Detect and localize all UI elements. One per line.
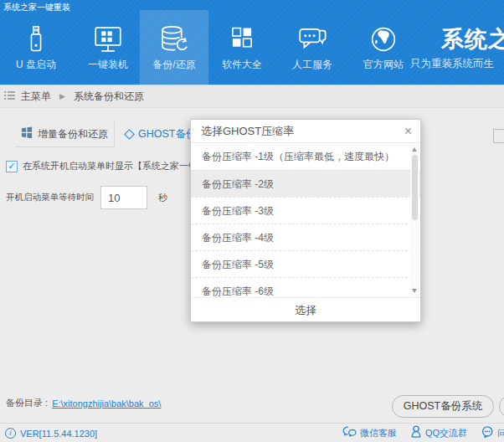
status-link-label: 微信客服 (360, 427, 397, 439)
brand-slogan: 只为重装系统而生 (410, 57, 494, 71)
qq-group-link[interactable]: QQ交流群 (410, 424, 467, 442)
boot-menu-checkbox-label: 在系统开机启动菜单时显示【系统之家一键重 (23, 160, 207, 172)
tab-ghost-backup[interactable]: GHOST备份 (126, 121, 196, 147)
close-icon[interactable]: × (404, 125, 412, 138)
scroll-down-icon[interactable] (412, 289, 417, 293)
chat-dots-icon (481, 426, 494, 441)
app-window: 系统之家一键重装 U 盘启动 (0, 0, 504, 442)
check-icon: ✓ (8, 162, 15, 171)
ghost-backup-system-button[interactable]: GHOST备份系统 (392, 395, 494, 418)
clipped-panel-right-edge (493, 129, 504, 143)
wait-time-input[interactable] (100, 186, 147, 209)
menu-list-icon (4, 89, 16, 104)
toolbar-item-label: 备份/还原 (152, 58, 195, 72)
toolbar-item-human-service[interactable]: 人工服务 (278, 10, 347, 85)
qq-icon (410, 425, 422, 441)
breadcrumb-main-menu[interactable]: 主菜单 (21, 90, 51, 104)
brand-logo: 系统之家 (441, 24, 504, 54)
backup-directory-row: 备份目录 : E:\xitongzhijia\bak\bak_os\ (6, 397, 161, 409)
compression-option-4[interactable]: 备份压缩率 -4级 (191, 224, 420, 250)
breadcrumb-current: 系统备份和还原 (74, 90, 144, 104)
version-info[interactable]: VER[11.5.44.1230] (5, 424, 97, 442)
backup-dir-link[interactable]: E:\xitongzhijia\bak\bak_os\ (52, 398, 161, 409)
windows-grid-icon (21, 126, 33, 141)
compression-option-3[interactable]: 备份压缩率 -3级 (191, 197, 420, 224)
toolbar-item-label: 人工服务 (292, 58, 332, 72)
tab-incremental-backup[interactable]: 增量备份和还原 (15, 121, 115, 147)
app-header: 系统之家一键重装 U 盘启动 (0, 0, 504, 85)
toolbar-item-software-collection[interactable]: 软件大全 (208, 10, 276, 85)
ghost-diamond-icon (124, 129, 135, 140)
apps-grid-icon (226, 21, 258, 58)
compression-options-list: 备份压缩率 -1级（压缩率最低，速度最快） 备份压缩率 -2级 备份压缩率 -3… (191, 143, 420, 297)
scrollbar-thumb[interactable] (412, 155, 418, 220)
wait-time-unit: 秒 (158, 192, 167, 204)
version-text: VER[11.5.44.1230] (20, 429, 97, 439)
compression-option-5[interactable]: 备份压缩率 -5级 (191, 250, 420, 277)
wechat-icon (342, 426, 357, 441)
compression-option-6[interactable]: 备份压缩率 -6级 (191, 277, 420, 297)
database-restore-icon (157, 21, 192, 58)
toolbar-item-label: U 盘启动 (16, 58, 56, 72)
ghost-compression-dialog: 选择GHOST压缩率 × 备份压缩率 -1级（压缩率最低，速度最快） 备份压缩率… (190, 119, 421, 322)
tab-label: GHOST备份 (138, 127, 196, 141)
usb-drive-icon (20, 21, 52, 58)
boot-menu-display-option: ✓ 在系统开机启动菜单时显示【系统之家一键重 (6, 160, 207, 172)
breadcrumb-separator-icon: ▶ (59, 92, 65, 100)
dialog-title: 选择GHOST压缩率 (201, 124, 404, 139)
status-bar: VER[11.5.44.1230] 微信客服 QQ交流群 (0, 423, 504, 442)
clipped-button-right-edge[interactable] (499, 395, 504, 418)
wait-time-label: 开机启动菜单等待时间 (6, 192, 94, 203)
monitor-install-icon (90, 21, 126, 58)
status-link-label: QQ交流群 (425, 427, 467, 439)
compression-option-1[interactable]: 备份压缩率 -1级（压缩率最低，速度最快） (191, 143, 420, 170)
toolbar-item-usb-boot[interactable]: U 盘启动 (2, 10, 70, 85)
toolbar-item-one-click-install[interactable]: 一键装机 (74, 10, 142, 85)
dialog-scrollbar[interactable] (410, 144, 419, 296)
toolbar-item-backup-restore[interactable]: 备份/还原 (140, 10, 208, 85)
dialog-header: 选择GHOST压缩率 × (191, 120, 420, 143)
toolbar-item-label: 官方网站 (363, 58, 404, 72)
toolbar-item-label: 软件大全 (222, 58, 262, 72)
boot-wait-time-setting: 开机启动菜单等待时间 秒 (6, 185, 167, 210)
scroll-up-icon[interactable] (412, 147, 417, 152)
boot-menu-checkbox[interactable]: ✓ (6, 161, 18, 172)
backup-dir-label: 备份目录 : (6, 397, 48, 409)
toolbar-item-label: 一键装机 (88, 58, 128, 72)
toolbar-item-official-website[interactable]: 官方网站 (349, 10, 418, 85)
globe-icon (367, 21, 400, 58)
status-link-label: 问 (497, 427, 504, 439)
chat-service-icon (295, 21, 330, 58)
tab-label: 增量备份和还原 (38, 127, 108, 141)
wechat-service-link[interactable]: 微信客服 (342, 424, 397, 442)
main-toolbar: U 盘启动 一键装机 (0, 10, 419, 85)
compression-option-2[interactable]: 备份压缩率 -2级 (191, 170, 420, 197)
info-icon (5, 428, 16, 439)
select-button[interactable]: 选择 (191, 297, 420, 321)
question-feedback-link[interactable]: 问 (481, 424, 504, 442)
breadcrumb: 主菜单 ▶ 系统备份和还原 (0, 85, 504, 108)
